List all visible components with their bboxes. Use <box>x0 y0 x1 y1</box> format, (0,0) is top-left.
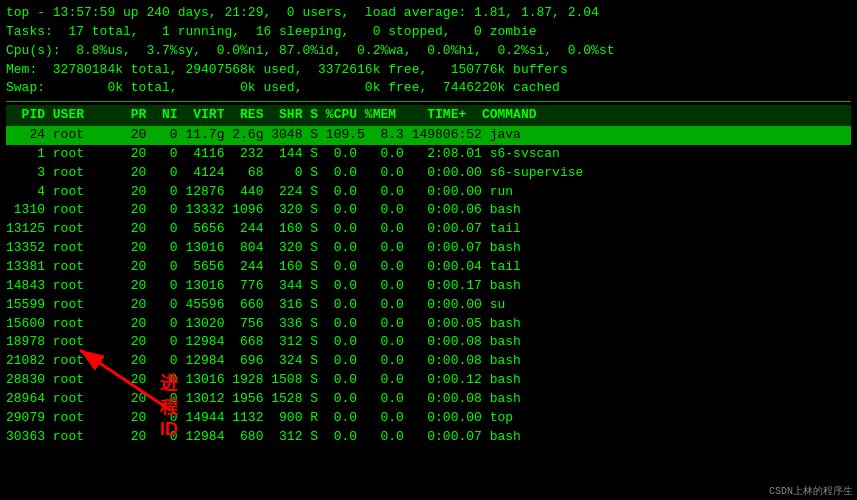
table-row: 30363 root 20 0 12984 680 312 S 0.0 0.0 … <box>6 428 851 447</box>
terminal: top - 13:57:59 up 240 days, 21:29, 0 use… <box>0 0 857 450</box>
table-header: PID USER PR NI VIRT RES SHR S %CPU %MEM … <box>6 105 851 126</box>
table-row: 4 root 20 0 12876 440 224 S 0.0 0.0 0:00… <box>6 183 851 202</box>
table-row: 15600 root 20 0 13020 756 336 S 0.0 0.0 … <box>6 315 851 334</box>
table-row: 29079 root 20 0 14944 1132 900 R 0.0 0.0… <box>6 409 851 428</box>
table-row: 1 root 20 0 4116 232 144 S 0.0 0.0 2:08.… <box>6 145 851 164</box>
table-rows: 24 root 20 0 11.7g 2.6g 3048 S 109.5 8.3… <box>6 126 851 446</box>
table-row: 13125 root 20 0 5656 244 160 S 0.0 0.0 0… <box>6 220 851 239</box>
table-row: 3 root 20 0 4124 68 0 S 0.0 0.0 0:00.00 … <box>6 164 851 183</box>
header-line-1: top - 13:57:59 up 240 days, 21:29, 0 use… <box>6 4 851 23</box>
watermark: CSDN上林的程序生 <box>769 484 853 498</box>
table-row: 28964 root 20 0 13012 1956 1528 S 0.0 0.… <box>6 390 851 409</box>
table-row: 21082 root 20 0 12984 696 324 S 0.0 0.0 … <box>6 352 851 371</box>
table-row: 28830 root 20 0 13016 1928 1508 S 0.0 0.… <box>6 371 851 390</box>
header-line-5: Swap: 0k total, 0k used, 0k free, 744622… <box>6 79 851 98</box>
table-row: 1310 root 20 0 13332 1096 320 S 0.0 0.0 … <box>6 201 851 220</box>
table-row: 15599 root 20 0 45596 660 316 S 0.0 0.0 … <box>6 296 851 315</box>
table-row: 18978 root 20 0 12984 668 312 S 0.0 0.0 … <box>6 333 851 352</box>
table-section: PID USER PR NI VIRT RES SHR S %CPU %MEM … <box>6 105 851 446</box>
table-row: 24 root 20 0 11.7g 2.6g 3048 S 109.5 8.3… <box>6 126 851 145</box>
table-row: 14843 root 20 0 13016 776 344 S 0.0 0.0 … <box>6 277 851 296</box>
header-line-3: Cpu(s): 8.8%us, 3.7%sy, 0.0%ni, 87.0%id,… <box>6 42 851 61</box>
header-section: top - 13:57:59 up 240 days, 21:29, 0 use… <box>6 4 851 98</box>
table-row: 13381 root 20 0 5656 244 160 S 0.0 0.0 0… <box>6 258 851 277</box>
table-row: 13352 root 20 0 13016 804 320 S 0.0 0.0 … <box>6 239 851 258</box>
divider <box>6 101 851 102</box>
header-line-2: Tasks: 17 total, 1 running, 16 sleeping,… <box>6 23 851 42</box>
header-line-4: Mem: 32780184k total, 29407568k used, 33… <box>6 61 851 80</box>
